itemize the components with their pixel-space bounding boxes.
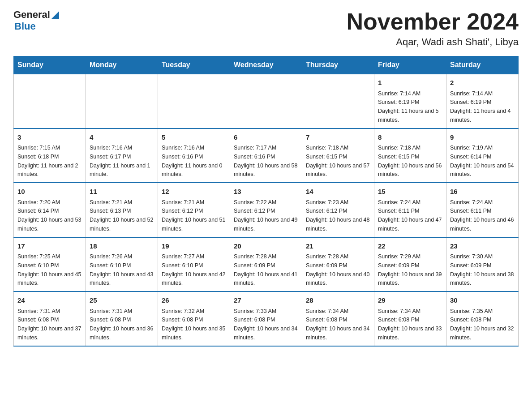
table-row: 4Sunrise: 7:16 AMSunset: 6:17 PMDaylight… (86, 128, 158, 183)
day-info: Sunrise: 7:17 AMSunset: 6:16 PMDaylight:… (234, 145, 297, 177)
day-number: 18 (90, 241, 154, 252)
day-info: Sunrise: 7:24 AMSunset: 6:11 PMDaylight:… (378, 199, 442, 232)
day-info: Sunrise: 7:14 AMSunset: 6:19 PMDaylight:… (450, 90, 511, 123)
day-info: Sunrise: 7:21 AMSunset: 6:12 PMDaylight:… (162, 199, 225, 232)
day-info: Sunrise: 7:28 AMSunset: 6:09 PMDaylight:… (234, 253, 297, 286)
table-row: 3Sunrise: 7:15 AMSunset: 6:18 PMDaylight… (14, 128, 86, 183)
day-info: Sunrise: 7:24 AMSunset: 6:11 PMDaylight:… (450, 199, 514, 232)
col-friday: Friday (374, 56, 446, 74)
day-number: 13 (234, 187, 298, 197)
day-info: Sunrise: 7:15 AMSunset: 6:18 PMDaylight:… (17, 145, 78, 177)
day-info: Sunrise: 7:22 AMSunset: 6:12 PMDaylight:… (234, 199, 297, 232)
calendar-week-row: 10Sunrise: 7:20 AMSunset: 6:14 PMDayligh… (14, 183, 519, 237)
day-number: 5 (162, 133, 226, 143)
table-row: 17Sunrise: 7:25 AMSunset: 6:10 PMDayligh… (14, 237, 86, 292)
day-number: 21 (306, 241, 370, 252)
calendar-week-row: 17Sunrise: 7:25 AMSunset: 6:10 PMDayligh… (14, 237, 519, 292)
table-row (158, 74, 230, 128)
calendar-week-row: 24Sunrise: 7:31 AMSunset: 6:08 PMDayligh… (14, 291, 519, 346)
table-row (14, 74, 86, 128)
table-row (86, 74, 158, 128)
table-row: 6Sunrise: 7:17 AMSunset: 6:16 PMDaylight… (230, 128, 302, 183)
table-row: 16Sunrise: 7:24 AMSunset: 6:11 PMDayligh… (446, 183, 519, 237)
table-row: 29Sunrise: 7:34 AMSunset: 6:08 PMDayligh… (374, 291, 446, 346)
table-row: 12Sunrise: 7:21 AMSunset: 6:12 PMDayligh… (158, 183, 230, 237)
col-saturday: Saturday (446, 56, 519, 74)
day-info: Sunrise: 7:14 AMSunset: 6:19 PMDaylight:… (378, 90, 439, 123)
day-number: 28 (306, 295, 370, 306)
table-row: 9Sunrise: 7:19 AMSunset: 6:14 PMDaylight… (446, 128, 519, 183)
table-row: 27Sunrise: 7:33 AMSunset: 6:08 PMDayligh… (230, 291, 302, 346)
table-row: 30Sunrise: 7:35 AMSunset: 6:08 PMDayligh… (446, 291, 519, 346)
day-number: 8 (378, 133, 442, 143)
table-row: 10Sunrise: 7:20 AMSunset: 6:14 PMDayligh… (14, 183, 86, 237)
day-info: Sunrise: 7:16 AMSunset: 6:17 PMDaylight:… (90, 145, 150, 177)
day-info: Sunrise: 7:34 AMSunset: 6:08 PMDaylight:… (378, 308, 442, 341)
table-row: 26Sunrise: 7:32 AMSunset: 6:08 PMDayligh… (158, 291, 230, 346)
col-wednesday: Wednesday (230, 56, 302, 74)
day-info: Sunrise: 7:25 AMSunset: 6:10 PMDaylight:… (17, 253, 81, 286)
day-info: Sunrise: 7:33 AMSunset: 6:08 PMDaylight:… (234, 308, 297, 341)
logo-line1: General (13, 9, 59, 21)
day-number: 15 (378, 187, 442, 197)
day-number: 9 (450, 133, 515, 143)
day-info: Sunrise: 7:18 AMSunset: 6:15 PMDaylight:… (306, 145, 369, 177)
table-row: 14Sunrise: 7:23 AMSunset: 6:12 PMDayligh… (302, 183, 374, 237)
col-thursday: Thursday (302, 56, 374, 74)
day-number: 1 (378, 78, 442, 88)
day-number: 27 (234, 295, 298, 306)
day-info: Sunrise: 7:23 AMSunset: 6:12 PMDaylight:… (306, 199, 369, 232)
table-row: 8Sunrise: 7:18 AMSunset: 6:15 PMDaylight… (374, 128, 446, 183)
day-info: Sunrise: 7:26 AMSunset: 6:10 PMDaylight:… (90, 253, 153, 286)
day-info: Sunrise: 7:32 AMSunset: 6:08 PMDaylight:… (162, 308, 225, 341)
table-row: 24Sunrise: 7:31 AMSunset: 6:08 PMDayligh… (14, 291, 86, 346)
calendar-title: November 2024 (347, 9, 519, 34)
calendar-header-row: Sunday Monday Tuesday Wednesday Thursday… (14, 56, 519, 74)
day-number: 4 (90, 133, 154, 143)
day-number: 3 (17, 133, 82, 143)
table-row: 21Sunrise: 7:28 AMSunset: 6:09 PMDayligh… (302, 237, 374, 292)
day-info: Sunrise: 7:30 AMSunset: 6:09 PMDaylight:… (450, 253, 514, 286)
title-area: November 2024 Aqar, Wadi ash Shati', Lib… (347, 9, 519, 48)
day-number: 6 (234, 133, 298, 143)
day-info: Sunrise: 7:35 AMSunset: 6:08 PMDaylight:… (450, 308, 514, 341)
calendar-table: Sunday Monday Tuesday Wednesday Thursday… (13, 56, 519, 347)
col-tuesday: Tuesday (158, 56, 230, 74)
table-row: 7Sunrise: 7:18 AMSunset: 6:15 PMDaylight… (302, 128, 374, 183)
table-row (230, 74, 302, 128)
day-info: Sunrise: 7:19 AMSunset: 6:14 PMDaylight:… (450, 145, 514, 177)
header: General Blue November 2024 Aqar, Wadi as… (13, 9, 519, 48)
day-info: Sunrise: 7:28 AMSunset: 6:09 PMDaylight:… (306, 253, 369, 286)
day-info: Sunrise: 7:31 AMSunset: 6:08 PMDaylight:… (17, 308, 81, 341)
day-number: 10 (17, 187, 82, 197)
day-number: 11 (90, 187, 154, 197)
day-info: Sunrise: 7:18 AMSunset: 6:15 PMDaylight:… (378, 145, 442, 177)
day-number: 12 (162, 187, 226, 197)
col-sunday: Sunday (14, 56, 86, 74)
table-row: 18Sunrise: 7:26 AMSunset: 6:10 PMDayligh… (86, 237, 158, 292)
day-number: 23 (450, 241, 515, 252)
logo-triangle-icon (51, 10, 59, 19)
table-row: 11Sunrise: 7:21 AMSunset: 6:13 PMDayligh… (86, 183, 158, 237)
day-number: 20 (234, 241, 298, 252)
logo: General Blue (13, 9, 59, 32)
table-row: 1Sunrise: 7:14 AMSunset: 6:19 PMDaylight… (374, 74, 446, 128)
table-row: 28Sunrise: 7:34 AMSunset: 6:08 PMDayligh… (302, 291, 374, 346)
day-number: 26 (162, 295, 226, 306)
calendar-week-row: 1Sunrise: 7:14 AMSunset: 6:19 PMDaylight… (14, 74, 519, 128)
logo-general-text: General (13, 9, 50, 21)
day-info: Sunrise: 7:31 AMSunset: 6:08 PMDaylight:… (90, 308, 153, 341)
table-row: 23Sunrise: 7:30 AMSunset: 6:09 PMDayligh… (446, 237, 519, 292)
table-row: 5Sunrise: 7:16 AMSunset: 6:16 PMDaylight… (158, 128, 230, 183)
day-info: Sunrise: 7:27 AMSunset: 6:10 PMDaylight:… (162, 253, 225, 286)
table-row (302, 74, 374, 128)
day-number: 19 (162, 241, 226, 252)
day-number: 30 (450, 295, 515, 306)
calendar-week-row: 3Sunrise: 7:15 AMSunset: 6:18 PMDaylight… (14, 128, 519, 183)
day-info: Sunrise: 7:21 AMSunset: 6:13 PMDaylight:… (90, 199, 153, 232)
day-number: 24 (17, 295, 82, 306)
day-info: Sunrise: 7:20 AMSunset: 6:14 PMDaylight:… (17, 199, 81, 232)
table-row: 2Sunrise: 7:14 AMSunset: 6:19 PMDaylight… (446, 74, 519, 128)
day-number: 22 (378, 241, 442, 252)
day-number: 14 (306, 187, 370, 197)
